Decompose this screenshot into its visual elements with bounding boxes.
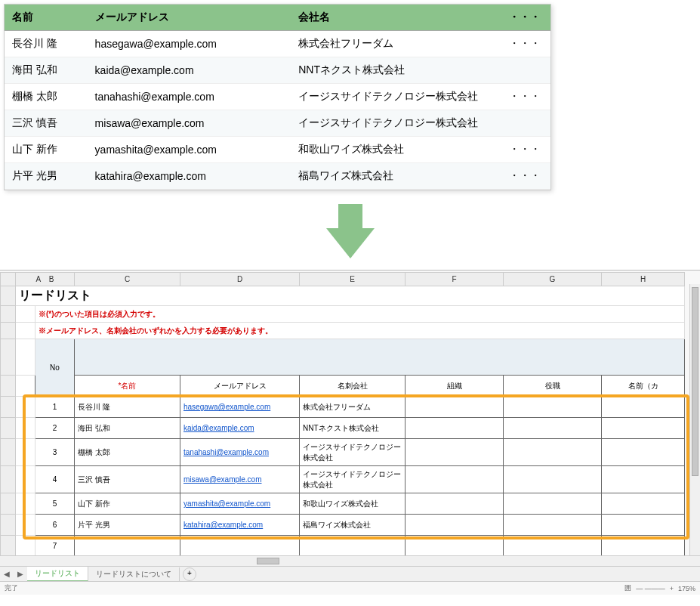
lead-mail[interactable]: kaida@example.com <box>180 418 300 439</box>
row-5[interactable] <box>1 376 16 397</box>
lead-mail[interactable]: hasegawa@example.com <box>180 397 300 418</box>
lead-card[interactable]: イージスサイドテクノロジー株式会社 <box>300 439 406 466</box>
scrollbar-horizontal[interactable] <box>0 555 700 566</box>
lead-card[interactable]: NNTネクスト株式会社 <box>300 418 406 439</box>
lead-mail[interactable]: tanahashi@example.com <box>180 439 300 466</box>
arrow-down-icon <box>0 204 700 261</box>
src-more: ・・・ <box>501 163 550 190</box>
col-G[interactable]: G <box>504 273 602 286</box>
note-1[interactable]: ※(*)のついた項目は必須入力です。 <box>35 306 685 323</box>
lead-hdr-no[interactable]: No <box>35 339 75 397</box>
lead-hdr-top[interactable] <box>75 339 685 376</box>
row-1[interactable] <box>1 286 16 306</box>
src-more <box>501 110 550 137</box>
lead-no[interactable]: 4 <box>35 466 75 493</box>
lead-role[interactable] <box>504 466 602 493</box>
lead-name[interactable]: 棚橋 太郎 <box>75 439 180 466</box>
col-D[interactable]: D <box>180 273 300 286</box>
col-E[interactable]: E <box>300 273 406 286</box>
lead-mail[interactable]: yamashita@example.com <box>180 493 300 515</box>
src-mail: yamashita@example.com <box>88 137 291 163</box>
lead-kana[interactable] <box>602 493 685 515</box>
lead-org[interactable] <box>406 397 504 418</box>
corner-cell[interactable] <box>1 273 16 286</box>
tab-nav-prev-icon[interactable]: ◀ <box>0 570 14 578</box>
row-hdr[interactable] <box>1 493 16 515</box>
lead-no[interactable]: 1 <box>35 397 75 418</box>
lead-card[interactable]: 株式会社フリーダム <box>300 397 406 418</box>
lead-name[interactable]: 山下 新作 <box>75 493 180 515</box>
add-sheet-button[interactable]: + <box>183 567 196 581</box>
spreadsheet-grid[interactable]: A B C D E F G H リードリスト ※(*)のついた項目は必須入力です… <box>0 272 685 595</box>
lead-role[interactable] <box>504 397 602 418</box>
lead-hdr-kana[interactable]: 名前（カ <box>602 376 685 397</box>
lead-kana[interactable] <box>602 466 685 493</box>
lead-name[interactable]: 海田 弘和 <box>75 418 180 439</box>
tab-nav-next-icon[interactable]: ▶ <box>14 570 27 578</box>
row-3[interactable] <box>1 323 16 339</box>
note-2[interactable]: ※メールアドレス、名刺会社のいずれかを入力する必要があります。 <box>35 323 685 339</box>
lead-card[interactable]: 和歌山ワイズ株式会社 <box>300 493 406 515</box>
src-hdr-mail: メールアドレス <box>88 5 291 31</box>
src-more: ・・・ <box>501 31 550 57</box>
row-hdr[interactable] <box>1 466 16 493</box>
lead-mail[interactable]: misawa@example.com <box>180 466 300 493</box>
row-hdr[interactable] <box>1 536 16 557</box>
sheet-tab-active[interactable]: リードリスト <box>27 567 88 582</box>
src-hdr-company: 会社名 <box>291 5 501 31</box>
lead-org[interactable] <box>406 418 504 439</box>
scrollbar-h-thumb[interactable] <box>257 558 279 564</box>
row-hdr[interactable] <box>1 515 16 536</box>
spreadsheet-window: A B C D E F G H リードリスト ※(*)のついた項目は必須入力です… <box>0 270 700 595</box>
lead-card[interactable]: 福島ワイズ株式会社 <box>300 515 406 536</box>
lead-no[interactable]: 6 <box>35 515 75 536</box>
src-name: 海田 弘和 <box>5 57 88 84</box>
col-C[interactable]: C <box>75 273 180 286</box>
lead-role[interactable] <box>504 439 602 466</box>
lead-card[interactable]: イージスサイドテクノロジー株式会社 <box>300 466 406 493</box>
lead-name[interactable]: 片平 光男 <box>75 515 180 536</box>
zoom-percent[interactable]: 175% <box>678 585 695 592</box>
lead-kana[interactable] <box>602 439 685 466</box>
lead-hdr-name[interactable]: *名前 <box>75 376 180 397</box>
lead-kana[interactable] <box>602 418 685 439</box>
lead-org[interactable] <box>406 515 504 536</box>
row-hdr[interactable] <box>1 397 16 418</box>
lead-no[interactable]: 5 <box>35 493 75 515</box>
lead-org[interactable] <box>406 466 504 493</box>
lead-no[interactable]: 3 <box>35 439 75 466</box>
row-hdr[interactable] <box>1 439 16 466</box>
table-row: 片平 光男katahira@example.com福島ワイズ株式会社・・・ <box>5 163 550 190</box>
lead-mail[interactable]: katahira@example.com <box>180 515 300 536</box>
lead-no[interactable]: 2 <box>35 418 75 439</box>
lead-role[interactable] <box>504 515 602 536</box>
lead-org[interactable] <box>406 493 504 515</box>
row-hdr[interactable] <box>1 418 16 439</box>
scrollbar-v-thumb[interactable] <box>692 287 698 476</box>
sheet-tab-bar: ◀ ▶ リードリスト リードリストについて + <box>0 566 700 581</box>
col-H[interactable]: H <box>602 273 685 286</box>
table-row: 長谷川 隆hasegawa@example.com株式会社フリーダム・・・ <box>5 31 550 57</box>
lead-no[interactable]: 7 <box>35 536 75 557</box>
view-mode-icon[interactable]: 囲 <box>624 583 631 593</box>
lead-name[interactable]: 長谷川 隆 <box>75 397 180 418</box>
lead-kana[interactable] <box>602 515 685 536</box>
col-A-B[interactable]: A B <box>16 273 75 286</box>
sheet-tab-other[interactable]: リードリストについて <box>88 567 180 581</box>
col-F[interactable]: F <box>406 273 504 286</box>
sheet-title[interactable]: リードリスト <box>16 286 685 306</box>
row-2[interactable] <box>1 306 16 323</box>
row-4[interactable] <box>1 339 16 376</box>
lead-name[interactable]: 三沢 慎吾 <box>75 466 180 493</box>
lead-hdr-role[interactable]: 役職 <box>504 376 602 397</box>
source-table-container: 名前 メールアドレス 会社名 ・・・ 長谷川 隆hasegawa@example… <box>4 4 551 190</box>
lead-hdr-card[interactable]: 名刺会社 <box>300 376 406 397</box>
lead-role[interactable] <box>504 418 602 439</box>
scrollbar-vertical[interactable] <box>689 284 700 555</box>
lead-hdr-org[interactable]: 組織 <box>406 376 504 397</box>
lead-hdr-mail[interactable]: メールアドレス <box>180 376 300 397</box>
lead-org[interactable] <box>406 439 504 466</box>
lead-kana[interactable] <box>602 397 685 418</box>
lead-role[interactable] <box>504 493 602 515</box>
zoom-plus-icon[interactable]: + <box>670 585 674 592</box>
